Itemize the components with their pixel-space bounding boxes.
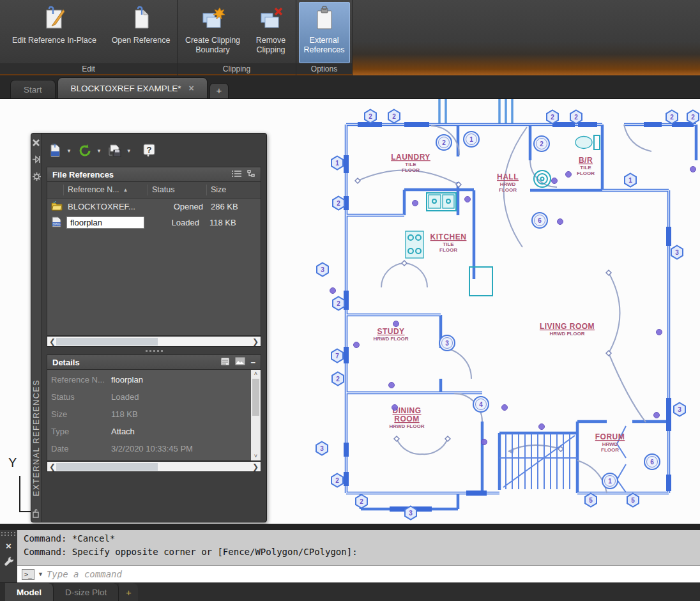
layout-tab-model[interactable]: Model — [5, 583, 54, 601]
edit-reference-inplace-button[interactable]: Edit Reference In-Place — [3, 2, 107, 63]
panel-splitter-handle[interactable] — [47, 347, 261, 354]
hex-marker: 3 — [671, 246, 683, 259]
svg-text:FLOOR: FLOOR — [601, 447, 619, 453]
attach-dwg-button[interactable] — [47, 142, 63, 159]
collapse-panel-icon[interactable]: − — [250, 358, 255, 367]
changepath-dropdown-icon[interactable]: ▼ — [126, 148, 132, 154]
file-tab-start[interactable]: Start — [10, 80, 56, 98]
svg-text:TILE: TILE — [443, 241, 454, 247]
palette-close-icon[interactable] — [32, 139, 41, 148]
svg-text:3: 3 — [445, 340, 449, 347]
svg-text:7: 7 — [335, 353, 339, 360]
external-references-button[interactable]: External References — [299, 2, 350, 63]
remove-clipping-button[interactable]: Remove Clipping — [247, 2, 294, 63]
hscroll-thumb[interactable] — [56, 338, 158, 346]
stairs — [499, 434, 577, 489]
tab-label: BLOCKTOXREF EXAMPLE* — [71, 84, 181, 93]
hex-marker: 2 — [356, 495, 367, 508]
column-status[interactable]: Status — [148, 185, 207, 195]
layout-tab-dsize-plot[interactable]: D-size Plot — [54, 583, 119, 601]
ribbon-panel-edit: Edit Reference In-Place Open Reference E… — [0, 0, 178, 75]
autocad-window: Edit Reference In-Place Open Reference E… — [0, 0, 700, 601]
command-input-placeholder[interactable]: Type a command — [47, 569, 122, 579]
scroll-up-icon[interactable]: ˄ — [254, 370, 257, 378]
stove-icon — [406, 231, 423, 258]
external-references-palette: EXTERNAL REFERENCES ▼ — [31, 133, 267, 522]
tab-label: Start — [24, 85, 42, 95]
hex-marker: 3 — [317, 263, 328, 277]
create-clipping-boundary-button[interactable]: Create Clipping Boundary — [179, 2, 247, 63]
refresh-button[interactable] — [77, 142, 93, 159]
hscroll-thumb[interactable] — [56, 463, 158, 471]
open-reference-button[interactable]: Open Reference — [107, 2, 175, 63]
file-references-header: File References — [47, 167, 261, 182]
details-view-icon[interactable] — [220, 357, 230, 368]
command-close-icon[interactable]: × — [6, 542, 11, 551]
room-label: B/RTILEFLOOR — [577, 156, 595, 176]
table-row[interactable]: BLOCKTOXREF... Opened 286 KB — [47, 199, 261, 215]
scroll-left-icon[interactable]: ❮ — [49, 463, 56, 471]
table-row-selected[interactable]: DWG floorplan Loaded 118 KB — [47, 215, 261, 231]
vscroll-thumb[interactable] — [252, 379, 259, 416]
svg-text:STUDY: STUDY — [377, 327, 404, 336]
palette-properties-gear-icon[interactable] — [32, 172, 41, 181]
svg-text:2: 2 — [670, 114, 674, 121]
palette-launcher-icon[interactable] — [32, 509, 41, 518]
wall-node-dot — [539, 424, 545, 430]
status-cell: Loaded — [144, 218, 203, 227]
status-cell: Opened — [148, 202, 207, 211]
help-button[interactable]: ? — [141, 142, 158, 160]
ucs-y-label: Y — [8, 455, 17, 470]
drag-grip-icon[interactable] — [1, 532, 16, 536]
scroll-right-icon[interactable]: ❯ — [252, 463, 259, 471]
file-tab-bar: Start BLOCKTOXREF EXAMPLE* × + — [0, 75, 700, 99]
attach-dropdown-icon[interactable]: ▼ — [66, 148, 72, 154]
file-tab-blocktoxref[interactable]: BLOCKTOXREF EXAMPLE* × — [57, 77, 208, 98]
details-hscrollbar[interactable]: ❮ ❯ — [47, 461, 261, 472]
palette-body: ▼ ▼ — [42, 133, 266, 522]
command-input-row[interactable]: >_ ▼ Type a command — [17, 565, 700, 582]
svg-text:1: 1 — [608, 478, 612, 485]
scroll-right-icon[interactable]: ❯ — [252, 338, 259, 346]
svg-text:2: 2 — [392, 113, 396, 120]
wall-node-dot — [482, 439, 487, 445]
circle-marker: 1 — [602, 473, 618, 489]
list-view-icon[interactable] — [232, 170, 241, 179]
reference-name-edit-field[interactable]: floorplan — [66, 217, 144, 229]
detail-row-size: Size 118 KB — [47, 406, 251, 423]
column-size[interactable]: Size — [207, 185, 261, 195]
tree-view-icon[interactable] — [247, 169, 255, 179]
palette-autohide-pin-icon[interactable] — [32, 155, 41, 164]
new-tab-button[interactable]: + — [209, 83, 229, 98]
drawing-canvas[interactable]: LAUNDRYTILEFLOORKITCHENTILEFLOORHALLHRWD… — [0, 99, 700, 524]
wall-node-dot — [393, 321, 399, 327]
customize-wrench-icon[interactable] — [4, 556, 14, 569]
change-path-button[interactable] — [107, 142, 123, 159]
hex-marker: 2 — [333, 297, 344, 310]
svg-text:2: 2 — [691, 114, 695, 121]
svg-text:LAUNDRY: LAUNDRY — [391, 153, 430, 162]
details-vscrollbar[interactable]: ˄ ˅ — [251, 370, 261, 460]
recent-commands-dropdown-icon[interactable]: ▼ — [38, 571, 43, 577]
palette-title-strip[interactable]: EXTERNAL REFERENCES — [31, 133, 42, 522]
wall-node-dot — [465, 197, 471, 202]
panel-label-edit: Edit — [0, 63, 177, 75]
scroll-down-icon[interactable]: ˅ — [254, 452, 257, 460]
command-prompt-icon: >_ — [22, 569, 34, 580]
preview-image-icon[interactable] — [235, 357, 245, 367]
refresh-dropdown-icon[interactable]: ▼ — [96, 148, 102, 154]
file-references-hscrollbar[interactable]: ❮ ❯ — [47, 336, 261, 347]
layout-tab-bar: Model D-size Plot + — [0, 582, 700, 601]
open-reference-icon — [127, 4, 155, 36]
scroll-left-icon[interactable]: ❮ — [49, 338, 56, 346]
sort-ascending-icon: ▲ — [123, 185, 128, 195]
tab-close-icon[interactable]: × — [189, 83, 194, 93]
hex-marker: 2 — [365, 110, 376, 123]
column-reference-name[interactable]: Reference N... ▲ — [64, 185, 148, 195]
circle-marker: 2 — [436, 135, 452, 150]
hex-marker: 1 — [625, 174, 636, 187]
dwg-file-icon: DWG — [47, 217, 64, 229]
svg-text:1: 1 — [469, 136, 473, 143]
command-line-grip-strip[interactable]: × — [0, 530, 17, 582]
new-layout-button[interactable]: + — [119, 583, 138, 601]
